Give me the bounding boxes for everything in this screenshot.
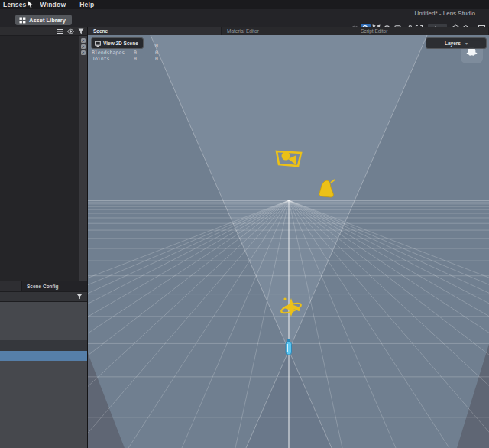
- editor-tab-bar: Scene Material Editor Script Editor: [88, 27, 489, 35]
- objects-panel-list[interactable]: [0, 36, 79, 281]
- grid-icon: [19, 17, 26, 24]
- stat-row: Blendshapes00: [92, 50, 176, 57]
- mouse-cursor-icon: [27, 0, 34, 9]
- filter-icon[interactable]: [78, 28, 84, 34]
- tab-material-editor[interactable]: Material Editor: [222, 27, 355, 35]
- screen-icon: [95, 41, 101, 47]
- menu-bar: Lenses Window Help: [0, 0, 489, 9]
- chevron-down-icon: ▾: [465, 41, 468, 46]
- menu-help[interactable]: Help: [79, 1, 94, 8]
- funnel-icon[interactable]: [76, 294, 83, 300]
- scene-config-tab[interactable]: Scene Config: [0, 281, 87, 291]
- layers-label: Layers: [445, 41, 461, 46]
- menu-lenses[interactable]: Lenses: [3, 1, 27, 8]
- list-menu-icon[interactable]: [57, 28, 63, 34]
- objects-panel-toggle-strip: ✓ ✓ ✓: [79, 36, 87, 281]
- asset-library-button[interactable]: Asset Library: [15, 15, 72, 25]
- scene-config-body[interactable]: [0, 302, 87, 448]
- window-title: Untitled* - Lens Studio: [414, 10, 475, 17]
- row-toggle-checkbox-icon[interactable]: ✓: [81, 50, 86, 55]
- eye-icon[interactable]: [67, 28, 74, 34]
- left-panel: ✓ ✓ ✓ Scene Config: [0, 27, 88, 448]
- scene-config-tab-stub: [0, 281, 22, 291]
- objects-panel-header: [0, 27, 87, 36]
- scene-config-label: Scene Config: [22, 284, 59, 289]
- menu-window[interactable]: Window: [40, 1, 66, 8]
- selected-item-row[interactable]: [0, 351, 87, 361]
- 3d-scene-canvas[interactable]: [88, 35, 489, 448]
- stat-row: Joints00: [92, 56, 176, 63]
- title-bar: Untitled* - Lens Studio Asset Library: [0, 9, 489, 28]
- scene-config-section-divider: [0, 340, 87, 351]
- tab-scene[interactable]: Scene: [88, 27, 222, 35]
- asset-library-label: Asset Library: [29, 17, 66, 24]
- view-2d-scene-label: View 2D Scene: [103, 41, 138, 46]
- scene-viewport[interactable]: View 2D Scene Layers ▾ Triangles00 Blend…: [88, 35, 489, 448]
- row-toggle-checkbox-icon[interactable]: ✓: [81, 38, 86, 43]
- scene-config-filter-row: [0, 291, 87, 302]
- tab-script-editor[interactable]: Script Editor: [355, 27, 489, 35]
- layers-dropdown[interactable]: Layers ▾: [426, 37, 487, 49]
- lens-studio-window: Lenses Window Help Untitled* - Lens Stud…: [0, 0, 489, 448]
- view-2d-scene-button[interactable]: View 2D Scene: [91, 37, 144, 49]
- row-toggle-checkbox-icon[interactable]: ✓: [81, 44, 86, 49]
